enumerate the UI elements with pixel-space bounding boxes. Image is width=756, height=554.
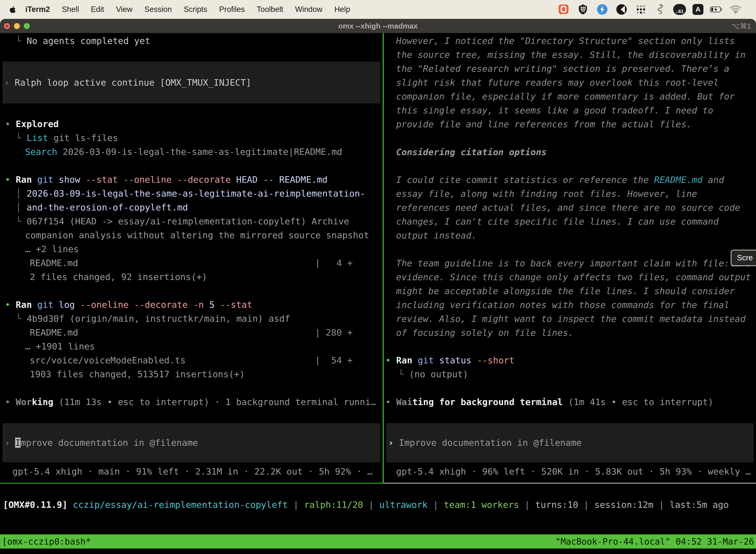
terminal-line: • Ran git log --oneline --decorate -n 5 … <box>0 298 383 312</box>
terminal-line: companion file, especially if more comme… <box>384 90 756 104</box>
shield-grid-icon[interactable] <box>576 3 589 16</box>
menu-item-toolbelt[interactable]: Toolbelt <box>251 5 289 14</box>
macos-menu-bar: iTerm2 Shell Edit View Session Scripts P… <box>0 0 756 19</box>
menu-item-help[interactable]: Help <box>328 5 356 14</box>
prompt-input-right[interactable]: › Improve documentation in @filename <box>386 423 754 462</box>
terminal-line: src/voice/voiceModeEnabled.ts| 54 + <box>0 353 383 367</box>
session-status-right: gpt-5.4 xhigh · 96% left · 520K in · 5.8… <box>384 465 756 479</box>
ralph-status-box[interactable]: › Ralph loop active continue [OMX_TMUX_I… <box>2 62 380 104</box>
terminal-line: … +1901 lines <box>0 340 383 353</box>
diffstat-count: | 280 + <box>315 326 353 340</box>
terminal-line: changes, I can't cite specific file line… <box>384 215 756 229</box>
prompt-input-right-text: › Improve documentation in @filename <box>386 437 582 448</box>
tmux-pane-left[interactable]: └ No agents completed yet› Ralph loop ac… <box>0 33 383 484</box>
omx-version: [OMX#0.11.9] <box>3 500 67 510</box>
window-shortcut-hint: ⌥⌘1 <box>732 22 751 30</box>
terminal-line: including verification notes with those … <box>384 298 756 312</box>
terminal-line: essay file, along with finding root file… <box>384 187 756 201</box>
menu-bar-status-tray: ..61 A <box>557 0 742 19</box>
tmux-session-name: [omx-cczip0:bash* <box>2 537 91 547</box>
terminal-line: … +2 lines <box>0 242 383 256</box>
terminal-line: │ 2026-03-09-is-legal-the-same-as-legiti… <box>0 187 383 201</box>
omx-mode: ultrawork <box>379 500 428 510</box>
tmux-host-time: "MacBook-Pro-44.local" 04:52 31-Mar-26 <box>555 537 754 547</box>
terminal-line: • Ran git status --short <box>384 353 756 367</box>
menu-item-session[interactable]: Session <box>138 5 178 14</box>
omx-last-activity: last:5m ago <box>670 500 729 510</box>
terminal-line: of focusing solely on file lines. <box>384 326 756 340</box>
tmux-pane-right[interactable]: However, I noticed the "Directory Struct… <box>384 33 756 484</box>
terminal-line: the "Related research writing" section i… <box>384 62 756 76</box>
terminal-line: might be acceptable alongside the file l… <box>384 284 756 298</box>
dot-grid-icon[interactable] <box>634 3 647 16</box>
dark-circle-icon[interactable] <box>615 3 628 16</box>
terminal-line: output instead. <box>384 229 756 242</box>
tooltip-label: Scre <box>737 254 753 262</box>
terminal-line: 1903 files changed, 513517 insertions(+) <box>0 367 383 381</box>
squiggle-icon[interactable] <box>654 3 667 16</box>
terminal-line: However, I noticed the "Directory Struct… <box>384 34 756 48</box>
terminal-line: └ No agents completed yet <box>0 34 383 48</box>
screen-share-tooltip: Scre <box>731 250 756 266</box>
terminal-line: • Waiting for background terminal (1m 41… <box>384 395 756 409</box>
prompt-input-left[interactable]: › Improve documentation in @filename <box>2 423 380 462</box>
terminal-line: the source tree, missing the essay. Stil… <box>384 48 756 62</box>
session-status-left: gpt-5.4 xhigh · main · 91% left · 2.31M … <box>0 465 383 479</box>
terminal-line: • Explored <box>0 117 383 131</box>
terminal-line: provide file and line references from th… <box>384 117 756 131</box>
a-tile-icon[interactable]: A <box>693 4 703 15</box>
terminal-line: └ 067f154 (HEAD -> essay/ai-reimplementa… <box>0 214 383 228</box>
wifi-icon[interactable] <box>729 3 742 16</box>
terminal-line: └ List git ls-files <box>0 131 383 145</box>
terminal-line: evidence. Since this change only affects… <box>384 270 756 284</box>
menu-item-iterm2[interactable]: iTerm2 <box>19 5 56 14</box>
iterm2-window: omx --xhigh --madmax ⌥⌘1 └ No agents com… <box>0 19 756 554</box>
omx-session-time: session:12m <box>594 500 653 510</box>
diffstat-count: | 54 + <box>315 353 353 367</box>
terminal-line: Search 2026-03-09-is-legal-the-same-as-l… <box>0 145 383 159</box>
terminal-line: this single essay, it seems like a good … <box>384 104 756 117</box>
tmux-status-bar[interactable]: [omx-cczip0:bash* "MacBook-Pro-44.local"… <box>0 535 756 549</box>
menu-item-view[interactable]: View <box>110 5 139 14</box>
omx-turns: turns:10 <box>535 500 578 510</box>
battery-icon[interactable] <box>710 3 723 16</box>
menu-item-edit[interactable]: Edit <box>85 5 110 14</box>
terminal-line: README.md| 4 + <box>0 256 383 270</box>
terminal-line: The team guideline is to back every impo… <box>384 257 756 270</box>
omx-branch-path: cczip/essay/ai-reimplementation-copyleft <box>67 500 288 510</box>
apple-menu-icon[interactable] <box>9 6 16 13</box>
terminal-line: │ and-the-erosion-of-copyleft.md <box>0 201 383 214</box>
menu-item-scripts[interactable]: Scripts <box>178 5 213 14</box>
diffstat-count: | 4 + <box>315 256 353 270</box>
chat-app-icon[interactable] <box>557 3 570 16</box>
terminal-line: I could cite commit statistics or refere… <box>384 173 756 187</box>
omx-ralph-counter: ralph:11/20 <box>304 500 363 510</box>
menu-item-shell[interactable]: Shell <box>56 5 85 14</box>
terminal-line: slight risk that future readers may over… <box>384 76 756 90</box>
bolt-circle-icon[interactable] <box>596 3 609 16</box>
omx-status-line: [OMX#0.11.9] cczip/essay/ai-reimplementa… <box>0 497 756 512</box>
terminal-line: └ (no output) <box>384 367 756 381</box>
window-title: omx --xhigh --madmax <box>0 22 756 30</box>
terminal-line: └ 4b9d30f (origin/main, instructkr/main,… <box>0 312 383 326</box>
window-title-bar[interactable]: omx --xhigh --madmax ⌥⌘1 <box>0 19 756 33</box>
badge-61-icon[interactable]: ..61 <box>673 4 686 15</box>
terminal-line: • Working (11m 13s • esc to interrupt) ·… <box>0 395 383 409</box>
terminal-line: references need actual files, and since … <box>384 201 756 215</box>
prompt-input-left-text: › Improve documentation in @filename <box>2 437 198 448</box>
terminal-line: README.md| 280 + <box>0 326 383 340</box>
tmux-panes: └ No agents completed yet› Ralph loop ac… <box>0 33 756 484</box>
thinking-heading: Considering citation options <box>384 145 756 159</box>
omx-team: team:1 workers <box>444 500 519 510</box>
menu-item-profiles[interactable]: Profiles <box>213 5 251 14</box>
ralph-status-box-text: › Ralph loop active continue [OMX_TMUX_I… <box>2 77 251 88</box>
terminal-line: 2 files changed, 92 insertions(+) <box>0 270 383 284</box>
menu-item-window[interactable]: Window <box>289 5 328 14</box>
terminal-line: • Ran git show --stat --oneline --decora… <box>0 173 383 187</box>
terminal-line: companion analysis without altering the … <box>0 228 383 242</box>
terminal-line: review. Also, I might want to inspect th… <box>384 312 756 326</box>
